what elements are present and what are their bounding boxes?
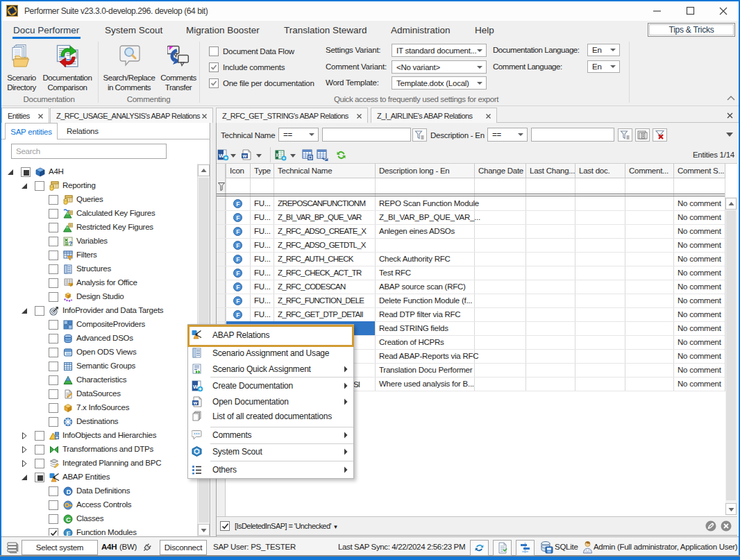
svg-text:F: F	[236, 298, 239, 305]
svg-text:F: F	[236, 270, 239, 277]
svg-text:F: F	[236, 201, 239, 207]
svg-text:D: D	[66, 488, 71, 495]
svg-text:F: F	[236, 256, 239, 263]
svg-text:F: F	[67, 529, 71, 536]
svg-text:F: F	[236, 214, 239, 221]
svg-text:?: ?	[69, 240, 72, 246]
svg-text:F: F	[236, 228, 239, 235]
svg-text:F: F	[236, 284, 239, 291]
svg-text:C: C	[66, 516, 71, 523]
svg-text:F: F	[236, 242, 239, 249]
svg-text:F: F	[236, 312, 239, 319]
svg-text:w: w	[242, 153, 247, 159]
svg-text:w: w	[193, 400, 198, 406]
